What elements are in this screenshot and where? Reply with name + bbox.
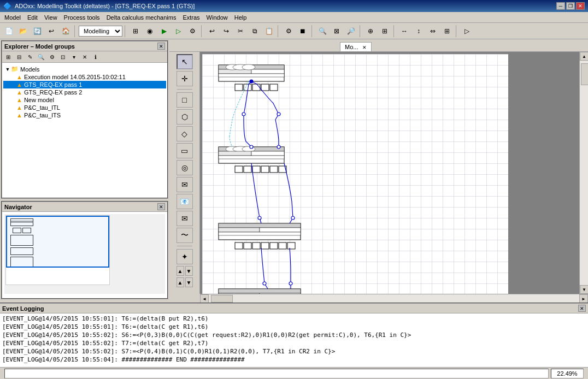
execute-btn[interactable]: ▷ (460, 25, 473, 37)
up-arrow2-tool[interactable]: ▲ (177, 277, 184, 287)
refresh-button[interactable]: 🔄 (31, 25, 44, 37)
hex-tool[interactable]: ⬡ (177, 109, 193, 125)
vertical-scrollbar: ▲ ▼ (579, 52, 588, 294)
exp-btn-7[interactable]: ▾ (69, 52, 79, 61)
open-button[interactable]: 📂 (16, 25, 30, 37)
tree-item-3[interactable]: ▲ New model (3, 96, 166, 104)
wave-tool[interactable]: 〜 (177, 228, 193, 243)
event-log-panel: Event Logging ✕ [EVENT_LOG@14/05/2015 10… (0, 303, 588, 367)
star-tool[interactable]: ✦ (177, 249, 193, 264)
cut-btn[interactable]: ✂ (234, 25, 247, 37)
circle-tool[interactable]: ◎ (177, 160, 193, 175)
exp-btn-8[interactable]: ✕ (80, 52, 90, 61)
zoom-fit-btn[interactable]: ⊠ (330, 25, 343, 37)
tree-item-5[interactable]: ▲ P&C_tau_ITS (3, 111, 166, 119)
menu-process-tools[interactable]: Process tools (61, 13, 103, 22)
exp-btn-3[interactable]: ✎ (25, 52, 35, 61)
svg-point-53 (291, 216, 295, 220)
play2-btn[interactable]: ▷ (172, 25, 185, 37)
align-btn[interactable]: ⊕ (364, 25, 377, 37)
menu-view[interactable]: View (41, 13, 61, 22)
canvas-area[interactable] (200, 52, 579, 294)
extra3-btn[interactable]: ⇔ (426, 25, 439, 37)
tab-close-icon[interactable]: ✕ (362, 45, 367, 50)
scroll-thumb[interactable] (581, 63, 588, 85)
hscroll-right-button[interactable]: ► (579, 294, 588, 303)
tab-main[interactable]: Mo... ✕ (340, 42, 372, 52)
svg-rect-23 (244, 166, 251, 173)
extra4-btn[interactable]: ⊞ (440, 25, 454, 37)
svg-rect-35 (252, 242, 260, 249)
svg-rect-12 (261, 84, 269, 91)
down-arrow-tool[interactable]: ▼ (185, 266, 193, 276)
back-button[interactable]: ↩ (45, 25, 58, 37)
svg-point-49 (277, 112, 280, 116)
rect-tool[interactable]: □ (177, 92, 193, 108)
undo-btn[interactable]: ↩ (205, 25, 219, 37)
svg-point-50 (242, 112, 245, 116)
play-btn[interactable]: ▶ (157, 25, 170, 37)
event-log-content[interactable]: [EVENT_LOG@14/05/2015 10:55:01]: T6:=(de… (0, 313, 588, 367)
extra2-btn[interactable]: ↕ (412, 25, 425, 37)
event-log-close-button[interactable]: ✕ (578, 305, 586, 312)
menu-model[interactable]: Model (1, 13, 24, 22)
new-button[interactable]: 📄 (2, 25, 15, 37)
envelope3-tool[interactable]: ✉ (177, 211, 193, 226)
exp-btn-9[interactable]: ℹ (91, 52, 101, 61)
up-arrow-tool[interactable]: ▲ (177, 266, 184, 276)
hscroll-left-button[interactable]: ◄ (200, 294, 209, 303)
zoom-out-btn[interactable]: 🔎 (344, 25, 357, 37)
close-button[interactable]: ✕ (576, 2, 585, 10)
tree-label-4: P&C_tau_ITL (24, 104, 60, 111)
tree-item-2[interactable]: ▲ GTS_REQ-EX pass 2 (3, 88, 166, 96)
run-btn[interactable]: ⚙ (282, 25, 295, 37)
svg-rect-34 (244, 242, 251, 249)
grid-btn[interactable]: ⊞ (129, 25, 142, 37)
rect2-tool[interactable]: ▭ (177, 143, 193, 158)
hscroll-thumb[interactable] (211, 295, 233, 303)
exp-btn-6[interactable]: ⊡ (58, 52, 68, 61)
svg-rect-20 (251, 151, 284, 156)
mode-dropdown[interactable]: Modelling Analysis (79, 26, 122, 37)
minimize-button[interactable]: ─ (556, 2, 565, 10)
envelope2-tool[interactable]: 📧 (177, 194, 193, 209)
scroll-down-button[interactable]: ▼ (580, 285, 588, 294)
envelope-tool[interactable]: ✉ (177, 177, 193, 192)
exp-btn-5[interactable]: ⚙ (47, 52, 57, 61)
menu-help[interactable]: Help (231, 13, 250, 22)
exp-btn-1[interactable]: ⊞ (3, 52, 13, 61)
canvas-content (202, 54, 508, 294)
tree-item-0[interactable]: ▲ Execution model 14.05.2015-10:02:11 (3, 73, 166, 81)
menu-edit[interactable]: Edit (24, 13, 41, 22)
extra-btn[interactable]: ↔ (398, 25, 411, 37)
exp-btn-4[interactable]: 🔍 (36, 52, 46, 61)
pointer-tool[interactable]: ↖ (177, 54, 193, 69)
exp-btn-2[interactable]: ⊟ (14, 52, 24, 61)
tool-btn2[interactable]: ◉ (143, 25, 156, 37)
folder-icon: 📁 (11, 66, 19, 73)
zoom-in-btn[interactable]: 🔍 (316, 25, 329, 37)
menu-extras[interactable]: Extras (179, 13, 203, 22)
maximize-button[interactable]: ❐ (566, 2, 575, 10)
down-arrow2-tool[interactable]: ▼ (185, 277, 193, 287)
stop-btn[interactable]: ⏹ (296, 25, 309, 37)
move-tool[interactable]: ✛ (177, 71, 193, 86)
diamond-tool[interactable]: ◇ (177, 126, 193, 141)
copy-btn[interactable]: ⧉ (248, 25, 261, 37)
explorer-close-button[interactable]: ✕ (157, 43, 165, 50)
navigator-header: Navigator ✕ (2, 202, 167, 212)
tree-root[interactable]: ▼ 📁 Models (3, 65, 166, 73)
menu-window[interactable]: Window (203, 13, 231, 22)
settings-btn[interactable]: ⚙ (186, 25, 199, 37)
navigator-close-button[interactable]: ✕ (157, 203, 165, 210)
redo-btn[interactable]: ↪ (220, 25, 233, 37)
menu-delta-calculus[interactable]: Delta calculus mechanims (103, 13, 180, 22)
paste-btn[interactable]: 📋 (262, 25, 275, 37)
home-button[interactable]: 🏠 (59, 25, 72, 37)
svg-rect-9 (235, 84, 243, 91)
distribute-btn[interactable]: ⊞ (378, 25, 391, 37)
scroll-up-button[interactable]: ▲ (580, 52, 588, 61)
tree-expand-root[interactable]: ▼ (4, 67, 11, 72)
tree-item-1[interactable]: ▲ GTS_REQ-EX pass 1 (3, 81, 166, 88)
tree-item-4[interactable]: ▲ P&C_tau_ITL (3, 104, 166, 111)
